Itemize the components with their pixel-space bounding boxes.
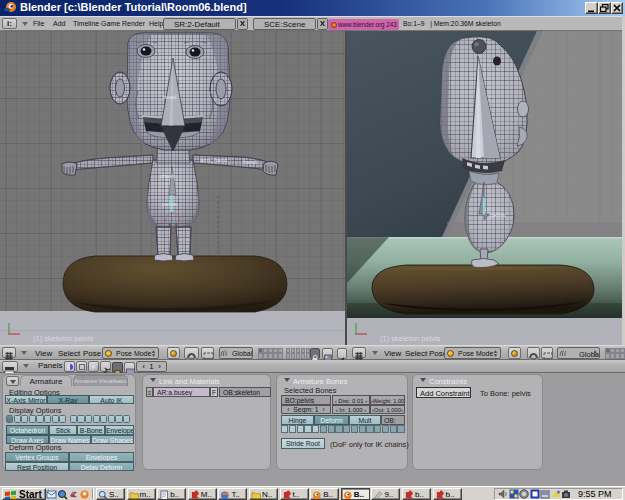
svg-text:pelvis: pelvis: [490, 212, 505, 218]
svg-text:chest: chest: [160, 173, 175, 179]
svg-text:arm_hand: arm_hand: [200, 157, 227, 163]
svg-text:head: head: [163, 94, 176, 100]
svg-text:(1) skeleton pelvis: (1) skeleton pelvis: [380, 334, 441, 343]
svg-text:(1) skeleton pelvis: (1) skeleton pelvis: [33, 334, 94, 343]
svg-text:pelvis: pelvis: [162, 201, 177, 207]
svg-text:hand: hand: [243, 159, 256, 165]
